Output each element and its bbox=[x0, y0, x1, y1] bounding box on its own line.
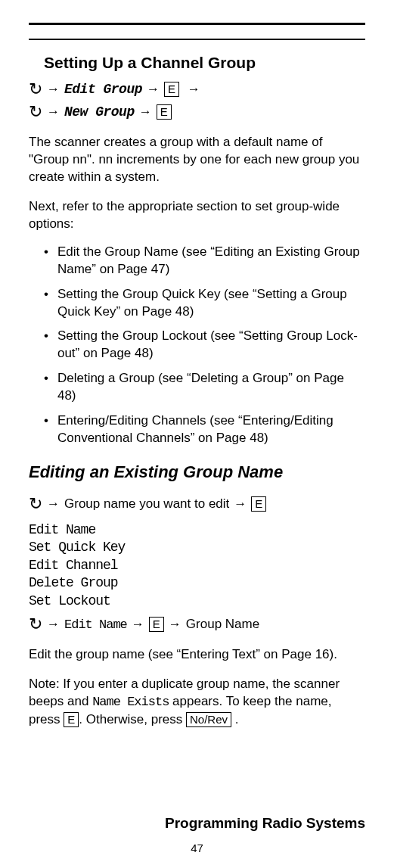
rotate-icon: ↻ bbox=[29, 79, 42, 99]
rule-thin bbox=[29, 39, 365, 40]
bullet-text: Setting the Group Quick Key (see “Settin… bbox=[57, 286, 365, 321]
paragraph-3: Edit the group name (see “Entering Text”… bbox=[29, 646, 365, 664]
menu-item: Set Lockout bbox=[29, 593, 365, 610]
menu-item: Delete Group bbox=[29, 574, 365, 592]
bullet-item: • Edit the Group Name (see “Editing an E… bbox=[44, 244, 365, 278]
rotate-icon: ↻ bbox=[29, 102, 42, 122]
menu-item: Edit Name bbox=[29, 521, 365, 539]
arrow-icon: → bbox=[147, 82, 160, 97]
bullet-text: Edit the Group Name (see “Editing an Exi… bbox=[57, 244, 365, 278]
bullet-item: • Setting the Group Quick Key (see “Sett… bbox=[44, 286, 365, 321]
key-norev: No/Rev bbox=[186, 712, 231, 727]
arrow-icon: → bbox=[139, 104, 152, 120]
rotate-icon: ↻ bbox=[29, 494, 42, 514]
subsection-title: Editing an Existing Group Name bbox=[29, 462, 365, 482]
nav3-text: Group name you want to edit bbox=[64, 496, 229, 512]
menu-item: Set Quick Key bbox=[29, 539, 365, 556]
rule-thick bbox=[29, 23, 365, 25]
nav4-text2: Group Name bbox=[186, 617, 259, 632]
key-e: E bbox=[251, 496, 266, 512]
key-e: E bbox=[157, 104, 172, 120]
bullet-item: • Entering/Editing Channels (see “Enteri… bbox=[44, 412, 365, 447]
arrow-icon: → bbox=[47, 496, 60, 512]
page-number: 47 bbox=[191, 842, 203, 854]
nav2-item: New Group bbox=[64, 104, 135, 120]
key-e: E bbox=[164, 82, 179, 97]
footer-title: Programming Radio Systems bbox=[165, 815, 365, 832]
arrow-icon: → bbox=[184, 82, 200, 97]
bullet-dot: • bbox=[44, 286, 48, 321]
bullet-dot: • bbox=[44, 244, 48, 278]
top-rules bbox=[29, 23, 365, 40]
bullet-text: Setting the Group Lockout (see “Setting … bbox=[57, 328, 365, 362]
key-e: E bbox=[149, 617, 164, 632]
paragraph-1: The scanner creates a group with a defau… bbox=[29, 134, 365, 186]
bullet-dot: • bbox=[44, 328, 48, 362]
bullet-text: Entering/Editing Channels (see “Entering… bbox=[57, 412, 365, 447]
section-title: Setting Up a Channel Group bbox=[44, 54, 365, 72]
note-scanner-text: Name Exists bbox=[92, 695, 169, 709]
nav-line-2: ↻ → New Group → E bbox=[29, 102, 365, 122]
arrow-icon: → bbox=[47, 617, 60, 632]
nav1-item: Edit Group bbox=[64, 82, 142, 97]
arrow-icon: → bbox=[132, 617, 144, 632]
paragraph-2: Next, refer to the appropriate section t… bbox=[29, 198, 365, 233]
note-suffix: . bbox=[231, 712, 238, 726]
menu-list: Edit Name Set Quick Key Edit Channel Del… bbox=[29, 521, 365, 610]
note-paragraph: Note: If you enter a duplicate group nam… bbox=[29, 676, 365, 729]
bullet-text: Deleting a Group (see “Deleting a Group”… bbox=[57, 370, 365, 405]
bullet-item: • Setting the Group Lockout (see “Settin… bbox=[44, 328, 365, 362]
bullet-item: • Deleting a Group (see “Deleting a Grou… bbox=[44, 370, 365, 405]
menu-item: Edit Channel bbox=[29, 557, 365, 574]
arrow-icon: → bbox=[169, 617, 181, 632]
bullet-dot: • bbox=[44, 370, 48, 405]
arrow-icon: → bbox=[47, 104, 60, 120]
nav-line-4: ↻ → Edit Name → E → Group Name bbox=[29, 614, 365, 634]
rotate-icon: ↻ bbox=[29, 614, 42, 634]
nav-line-1: ↻ → Edit Group → E → bbox=[29, 79, 365, 99]
note-middle2: . Otherwise, press bbox=[79, 712, 186, 726]
key-e: E bbox=[64, 712, 79, 727]
arrow-icon: → bbox=[47, 82, 60, 97]
bullet-dot: • bbox=[44, 412, 48, 447]
nav-line-3: ↻ → Group name you want to edit → E bbox=[29, 494, 365, 514]
arrow-icon: → bbox=[234, 496, 247, 512]
nav4-item: Edit Name bbox=[64, 618, 127, 632]
bullet-list: • Edit the Group Name (see “Editing an E… bbox=[29, 244, 365, 447]
